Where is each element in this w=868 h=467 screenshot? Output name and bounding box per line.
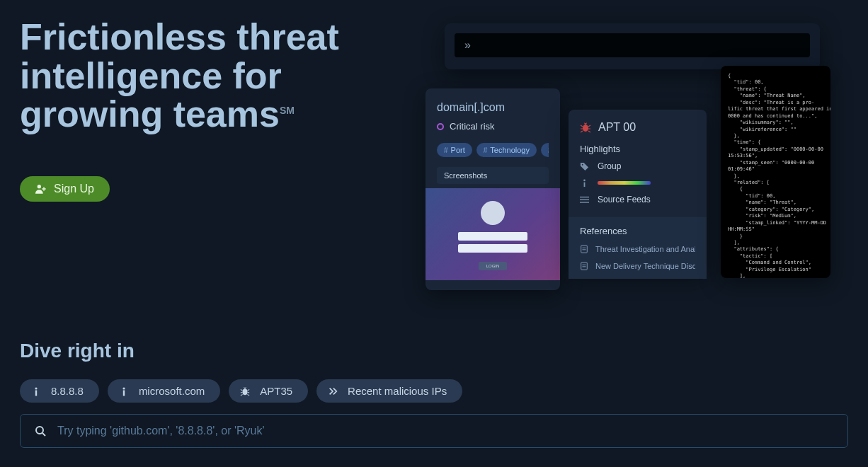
chevrons-right-icon bbox=[328, 386, 338, 396]
chip-recent-malicious[interactable]: Recent malicious IPs bbox=[316, 379, 462, 403]
svg-point-0 bbox=[38, 185, 41, 188]
avatar-icon bbox=[481, 201, 505, 225]
chip-ip[interactable]: 8.8.8.8 bbox=[20, 379, 99, 403]
svg-point-10 bbox=[35, 387, 37, 389]
risk-indicator-icon bbox=[437, 123, 444, 130]
svg-rect-9 bbox=[581, 263, 588, 270]
login-username-mock bbox=[458, 232, 527, 241]
chip-apt[interactable]: APT35 bbox=[229, 379, 308, 403]
tag-partial: #Pr bbox=[541, 143, 549, 157]
ref-2: New Delivery Technique Discovered bbox=[595, 262, 695, 270]
info-icon bbox=[31, 386, 41, 396]
dive-title: Dive right in bbox=[20, 340, 848, 362]
chevrons-right-icon: » bbox=[464, 39, 471, 52]
chip-domain[interactable]: microsoft.com bbox=[108, 379, 220, 403]
mockup-json-card: { "tid": 00, "threat": { "name": "Threat… bbox=[721, 66, 830, 278]
mockup-apt-card: APT 00 Highlights Group Source Feeds bbox=[569, 110, 707, 272]
risk-label: Critical risk bbox=[450, 121, 495, 132]
apt-title: APT 00 bbox=[598, 121, 636, 134]
login-password-mock bbox=[458, 244, 527, 253]
screenshot-preview: LOGIN bbox=[426, 188, 560, 280]
mockup-domain-card: domain[.]com Critical risk #Port #Techno… bbox=[426, 88, 560, 290]
hero-title: Frictionless threat intelligence for gro… bbox=[20, 18, 388, 134]
sm-mark: SM bbox=[280, 105, 295, 116]
hl-group: Group bbox=[598, 161, 621, 171]
chip-label: Recent malicious IPs bbox=[348, 385, 447, 397]
info-icon bbox=[119, 386, 129, 396]
svg-rect-6 bbox=[580, 199, 589, 200]
document-icon bbox=[580, 262, 588, 270]
tag-icon bbox=[580, 162, 589, 171]
info-icon bbox=[580, 178, 589, 188]
signup-button[interactable]: Sign Up bbox=[20, 176, 110, 202]
chip-label: APT35 bbox=[260, 385, 292, 397]
risk-gradient bbox=[598, 181, 651, 185]
tag-technology: #Technology bbox=[476, 143, 537, 157]
references-label: References bbox=[580, 226, 695, 236]
svg-point-14 bbox=[243, 388, 248, 395]
svg-rect-7 bbox=[580, 202, 589, 202]
search-input[interactable] bbox=[57, 425, 833, 437]
svg-point-12 bbox=[122, 387, 125, 389]
svg-point-2 bbox=[582, 163, 583, 165]
highlights-label: Highlights bbox=[580, 144, 695, 154]
hl-source-feeds: Source Feeds bbox=[598, 195, 651, 204]
login-button-mock: LOGIN bbox=[479, 262, 507, 270]
ref-1: Threat Investigation and Analysis by bbox=[595, 245, 695, 253]
search-icon bbox=[35, 425, 46, 437]
svg-rect-5 bbox=[580, 196, 589, 197]
user-plus-icon bbox=[35, 184, 47, 194]
mockup-searchbar: » bbox=[455, 33, 810, 57]
svg-point-3 bbox=[583, 179, 586, 181]
chip-label: 8.8.8.8 bbox=[51, 385, 84, 397]
svg-rect-11 bbox=[35, 390, 37, 396]
search-container[interactable] bbox=[20, 414, 848, 448]
hero-mockup: » domain[.]com Critical risk #Port #Tech… bbox=[416, 18, 848, 301]
svg-rect-4 bbox=[584, 183, 586, 188]
screenshots-label: Screenshots bbox=[437, 167, 549, 184]
document-icon bbox=[580, 245, 588, 253]
domain-title: domain[.]com bbox=[437, 101, 549, 114]
svg-point-15 bbox=[36, 427, 43, 434]
bug-icon bbox=[580, 122, 591, 133]
mockup-searchbar-card: » bbox=[445, 23, 820, 69]
tag-port: #Port bbox=[437, 143, 472, 157]
svg-point-1 bbox=[583, 125, 588, 132]
bug-icon bbox=[240, 386, 250, 396]
list-icon bbox=[580, 195, 589, 204]
svg-rect-13 bbox=[123, 390, 125, 396]
signup-label: Sign Up bbox=[54, 183, 94, 195]
chip-label: microsoft.com bbox=[139, 385, 205, 397]
svg-rect-8 bbox=[581, 246, 588, 253]
